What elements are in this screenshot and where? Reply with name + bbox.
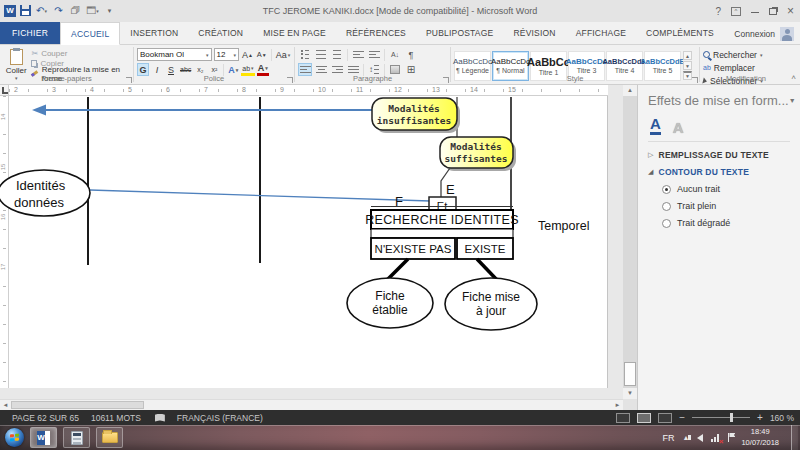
save-icon[interactable]: [20, 5, 31, 16]
horizontal-scroll-thumb[interactable]: [11, 401, 144, 409]
scrollbar-corner: [623, 399, 637, 410]
printer-icon[interactable]: 🗔▾: [86, 4, 99, 17]
language-indicator-tray[interactable]: FR: [663, 433, 675, 443]
fill-section-header[interactable]: ▷ REMPLISSAGE DU TEXTE: [648, 150, 790, 160]
ribbon-display-options-icon[interactable]: ^: [731, 7, 741, 16]
horizontal-scrollbar[interactable]: ◄ ►: [0, 399, 623, 410]
language-indicator[interactable]: FRANÇAIS (FRANCE): [177, 413, 263, 423]
replace-button[interactable]: abRemplacer: [703, 62, 789, 73]
close-icon[interactable]: ×: [787, 4, 794, 18]
page-gap: [9, 388, 608, 399]
outline-section-header[interactable]: ◢ CONTOUR DU TEXTE: [648, 167, 790, 177]
undo-icon[interactable]: ↶▾: [35, 4, 48, 17]
vertical-ruler[interactable]: 14 15 16 17: [0, 96, 9, 388]
zoom-in-icon[interactable]: +: [757, 413, 763, 423]
radio-icon[interactable]: [662, 219, 671, 228]
text-effects-tab-icon[interactable]: A: [673, 120, 684, 135]
taskbar-calculator-button[interactable]: [63, 427, 90, 448]
pilcrow-button[interactable]: ¶: [404, 48, 418, 61]
group-label-paragraph: Paragraphe: [295, 74, 450, 83]
tab-references[interactable]: RÉFÉRENCES: [336, 22, 416, 44]
font-name-combo[interactable]: Bookman Ol▾: [137, 48, 212, 61]
styles-scroll-up-icon[interactable]: ▲: [683, 51, 692, 60]
sort-button[interactable]: A↓: [388, 48, 402, 61]
start-button[interactable]: [5, 428, 24, 447]
radio-no-line[interactable]: Aucun trait: [662, 184, 790, 194]
clipboard-dialog-launcher[interactable]: [126, 77, 132, 83]
help-button[interactable]: ?: [715, 6, 721, 17]
page-indicator[interactable]: PAGE 62 SUR 65: [12, 413, 79, 423]
font-dialog-launcher[interactable]: [287, 77, 293, 83]
redo-icon[interactable]: ↷: [52, 4, 65, 17]
find-button[interactable]: Rechercher▾: [703, 49, 789, 60]
document-page[interactable]: [9, 96, 608, 388]
zoom-slider-thumb[interactable]: [730, 413, 733, 422]
tab-complements[interactable]: COMPLÉMENTS: [636, 22, 724, 44]
change-case-button[interactable]: Aa▾: [275, 48, 291, 61]
read-mode-icon[interactable]: [616, 413, 630, 423]
restore-icon[interactable]: [769, 8, 777, 15]
decrease-indent-button[interactable]: [351, 48, 365, 61]
action-center-flag-icon[interactable]: [728, 433, 729, 442]
connexion-area[interactable]: Connexion: [734, 22, 794, 45]
word-count[interactable]: 10611 MOTS: [91, 413, 141, 423]
pane-menu-icon[interactable]: ▼: [789, 97, 796, 104]
taskbar-word-button[interactable]: W: [30, 427, 57, 448]
shrink-font-button[interactable]: A▼: [256, 48, 268, 61]
proofing-icon[interactable]: [155, 414, 165, 422]
web-layout-icon[interactable]: [658, 413, 672, 423]
horizontal-ruler[interactable]: 23 45 67 89 1011 1213 1415: [9, 85, 608, 96]
print-layout-icon[interactable]: [637, 413, 651, 423]
increase-indent-button[interactable]: [367, 48, 381, 61]
qat-customize-icon[interactable]: ▾: [103, 4, 116, 17]
multilevel-list-button[interactable]: [330, 48, 344, 61]
cut-button[interactable]: ✂Couper: [31, 49, 130, 58]
tab-mise-en-page[interactable]: MISE EN PAGE: [253, 22, 336, 44]
scroll-down-icon[interactable]: ▼: [623, 388, 637, 399]
tab-accueil[interactable]: ACCUEIL: [60, 22, 120, 45]
paragraph-dialog-launcher[interactable]: [443, 77, 449, 83]
show-desktop-button[interactable]: [791, 425, 798, 450]
scissors-icon: ✂: [31, 49, 38, 58]
tab-fichier[interactable]: FICHIER: [0, 22, 60, 44]
radio-gradient-line[interactable]: Trait dégradé: [662, 218, 790, 228]
tab-selector[interactable]: [0, 85, 9, 96]
tab-publipostage[interactable]: PUBLIPOSTAGE: [416, 22, 503, 44]
bullets-button[interactable]: [298, 48, 312, 61]
replace-icon: ab: [703, 64, 711, 71]
connexion-label[interactable]: Connexion: [734, 29, 775, 39]
scroll-up-icon[interactable]: ▲: [623, 85, 637, 96]
zoom-out-icon[interactable]: −: [679, 413, 685, 423]
vertical-scroll-thumb[interactable]: [624, 362, 636, 386]
group-paragraph: A↓ ¶ ↕ ⊞ Paragraphe: [295, 45, 450, 84]
minimize-icon[interactable]: [751, 12, 759, 13]
speaker-icon[interactable]: [697, 434, 703, 442]
radio-selected-icon[interactable]: [662, 185, 671, 194]
zoom-slider[interactable]: [692, 417, 750, 418]
tab-insertion[interactable]: INSERTION: [120, 22, 188, 44]
user-avatar[interactable]: [780, 27, 794, 41]
window-controls: ? ^ ×: [715, 0, 798, 22]
scroll-left-icon[interactable]: ◄: [0, 400, 11, 410]
grow-font-button[interactable]: A▲: [241, 48, 254, 61]
font-size-combo[interactable]: 12▾: [214, 48, 240, 61]
zoom-level[interactable]: 160 %: [770, 413, 794, 423]
system-tray: FR ▲ 18:49 10/07/2018: [663, 425, 800, 450]
scroll-right-icon[interactable]: ►: [612, 400, 623, 410]
document-area: 23 45 67 89 1011 1213 1415 14 15 16 17: [0, 85, 800, 399]
print-preview-icon[interactable]: 🗇: [69, 4, 82, 17]
collapse-ribbon-icon[interactable]: ˄: [791, 73, 796, 82]
taskbar-explorer-button[interactable]: [96, 427, 123, 448]
network-disconnected-icon[interactable]: [711, 434, 720, 442]
vertical-scrollbar[interactable]: ▲ ▼: [623, 85, 637, 399]
tab-creation[interactable]: CRÉATION: [188, 22, 253, 44]
radio-solid-line[interactable]: Trait plein: [662, 201, 790, 211]
clock[interactable]: 18:49 10/07/2018: [737, 427, 783, 449]
tab-revision[interactable]: RÉVISION: [503, 22, 565, 44]
styles-scroll-down-icon[interactable]: ▼: [683, 61, 692, 70]
tab-affichage[interactable]: AFFICHAGE: [566, 22, 636, 44]
numbering-button[interactable]: [314, 48, 328, 61]
text-fill-tab-icon[interactable]: A: [650, 116, 661, 135]
styles-dialog-launcher[interactable]: [692, 77, 698, 83]
radio-icon[interactable]: [662, 202, 671, 211]
